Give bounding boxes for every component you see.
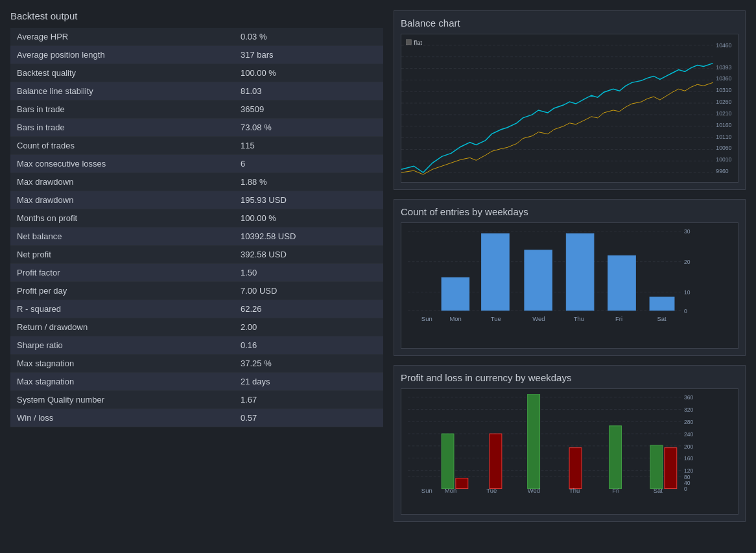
stat-value: 7.00 USD — [234, 282, 383, 300]
svg-text:10460: 10460 — [716, 42, 731, 49]
stat-value: 36509 — [234, 100, 383, 119]
svg-text:Tue: Tue — [486, 487, 497, 494]
svg-rect-64 — [442, 434, 454, 489]
svg-text:Tue: Tue — [491, 315, 501, 322]
svg-rect-71 — [665, 448, 677, 489]
table-row: Backtest quality100.00 % — [10, 64, 383, 82]
svg-text:10210: 10210 — [716, 110, 731, 117]
svg-text:20: 20 — [684, 259, 691, 265]
svg-text:Sun: Sun — [421, 315, 432, 322]
svg-rect-37 — [608, 255, 636, 311]
stat-label: Max stagnation — [10, 373, 234, 391]
stat-value: 6 — [234, 155, 383, 173]
svg-text:Thu: Thu — [574, 315, 584, 322]
svg-text:10360: 10360 — [716, 75, 731, 82]
svg-text:200: 200 — [684, 443, 693, 450]
svg-text:10010: 10010 — [716, 156, 731, 163]
table-row: Sharpe ratio0.16 — [10, 336, 383, 355]
stat-label: Win / loss — [10, 409, 234, 427]
svg-text:Mon: Mon — [445, 487, 456, 494]
stat-value: 317 bars — [234, 46, 383, 64]
stat-value: 195.93 USD — [234, 191, 383, 209]
svg-text:240: 240 — [684, 431, 693, 438]
table-row: Profit factor1.50 — [10, 264, 383, 282]
left-panel: Backtest output Average HPR0.03 %Average… — [10, 10, 383, 522]
table-row: Profit per day7.00 USD — [10, 282, 383, 300]
weekday-chart-title: Count of entries by weekdays — [401, 206, 738, 217]
stat-value: 2.00 — [234, 318, 383, 336]
svg-text:10060: 10060 — [716, 145, 731, 151]
stat-value: 1.67 — [234, 391, 383, 409]
table-row: Months on profit100.00 % — [10, 209, 383, 228]
svg-rect-70 — [650, 445, 663, 489]
stat-label: Bars in trade — [10, 100, 234, 119]
svg-text:Fri: Fri — [612, 487, 619, 494]
svg-text:Thu: Thu — [569, 487, 580, 494]
svg-text:Sat: Sat — [657, 315, 667, 322]
svg-text:10260: 10260 — [716, 99, 731, 105]
table-row: Net balance10392.58 USD — [10, 228, 383, 246]
stat-label: Average HPR — [10, 28, 234, 46]
weekday-chart-section: Count of entries by weekdays 30 20 10 0 — [394, 199, 746, 356]
svg-rect-23 — [407, 40, 412, 45]
svg-rect-33 — [442, 277, 469, 311]
svg-rect-68 — [569, 448, 582, 489]
table-row: Win / loss0.57 — [10, 409, 383, 427]
backtest-title: Backtest output — [10, 10, 383, 21]
stat-value: 1.50 — [234, 264, 383, 282]
table-row: Average HPR0.03 % — [10, 28, 383, 46]
table-row: Max drawdown195.93 USD — [10, 191, 383, 209]
svg-text:320: 320 — [684, 406, 693, 413]
stat-value: 100.00 % — [234, 209, 383, 228]
table-row: Max drawdown1.88 % — [10, 173, 383, 191]
svg-text:10310: 10310 — [716, 87, 731, 93]
svg-text:Wed: Wed — [528, 487, 540, 494]
stat-label: Net profit — [10, 246, 234, 264]
table-row: Bars in trade36509 — [10, 100, 383, 119]
weekday-bar-chart: 30 20 10 0 — [401, 222, 738, 349]
stat-label: Profit factor — [10, 264, 234, 282]
svg-text:0: 0 — [684, 308, 687, 314]
stat-value: 1.88 % — [234, 173, 383, 191]
right-panel: Balance chart — [394, 10, 746, 522]
svg-text:10110: 10110 — [716, 133, 731, 139]
table-row: Max consecutive losses6 — [10, 155, 383, 173]
svg-text:40: 40 — [684, 480, 691, 486]
stat-label: Max stagnation — [10, 355, 234, 373]
pnl-bar-chart: 360 320 280 240 200 160 120 80 40 0 — [401, 388, 738, 515]
stat-value: 73.08 % — [234, 119, 383, 137]
balance-chart-title: Balance chart — [401, 18, 738, 29]
stat-label: Net balance — [10, 228, 234, 246]
table-row: Max stagnation37.25 % — [10, 355, 383, 373]
stat-value: 10392.58 USD — [234, 228, 383, 246]
stat-label: Backtest quality — [10, 64, 234, 82]
balance-chart-area: 10460 10393 10360 10310 10260 10210 1016… — [401, 34, 738, 183]
svg-text:0: 0 — [684, 486, 687, 492]
svg-text:10: 10 — [684, 289, 691, 296]
table-row: R - squared62.26 — [10, 300, 383, 318]
svg-text:Wed: Wed — [532, 315, 545, 322]
svg-text:Sun: Sun — [421, 487, 432, 494]
stat-value: 81.03 — [234, 82, 383, 100]
stats-table: Average HPR0.03 %Average position length… — [10, 28, 383, 427]
stat-value: 100.00 % — [234, 64, 383, 82]
stat-label: Balance line stability — [10, 82, 234, 100]
table-row: Average position length317 bars — [10, 46, 383, 64]
svg-text:flat: flat — [414, 39, 422, 46]
stat-label: Profit per day — [10, 282, 234, 300]
svg-text:280: 280 — [684, 419, 693, 425]
svg-text:9960: 9960 — [716, 168, 728, 174]
svg-text:160: 160 — [684, 455, 693, 462]
svg-text:360: 360 — [684, 394, 693, 401]
stat-label: Bars in trade — [10, 119, 234, 137]
stat-value: 37.25 % — [234, 355, 383, 373]
table-row: Count of trades115 — [10, 137, 383, 155]
svg-rect-35 — [525, 250, 552, 311]
pnl-chart-title: Profit and loss in currency by weekdays — [401, 372, 738, 383]
svg-rect-65 — [456, 478, 468, 489]
stat-label: Max consecutive losses — [10, 155, 234, 173]
stat-label: Months on profit — [10, 209, 234, 228]
svg-text:30: 30 — [684, 228, 691, 235]
stat-value: 0.16 — [234, 336, 383, 355]
stat-label: Count of trades — [10, 137, 234, 155]
